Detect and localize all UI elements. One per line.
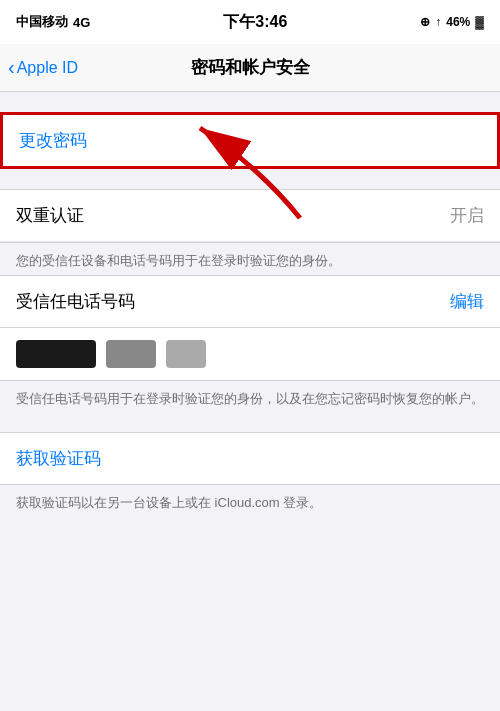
- verify-section: 获取验证码 获取验证码以在另一台设备上或在 iCloud.com 登录。: [0, 432, 500, 517]
- battery-icon: ▓: [475, 15, 484, 29]
- two-factor-title-row: 双重认证 开启: [0, 190, 500, 242]
- phone-description: 受信任电话号码用于在登录时验证您的身份，以及在您忘记密码时恢复您的帐户。: [0, 381, 500, 413]
- phone-blur-1: [16, 340, 96, 368]
- carrier-label: 中国移动: [16, 13, 68, 31]
- trusted-phone-label: 受信任电话号码: [16, 290, 135, 313]
- network-type: 4G: [73, 15, 90, 30]
- phone-blur-3: [166, 340, 206, 368]
- verify-card[interactable]: 获取验证码: [0, 432, 500, 485]
- two-factor-header: 双重认证 开启: [0, 189, 500, 243]
- verify-description: 获取验证码以在另一台设备上或在 iCloud.com 登录。: [0, 485, 500, 517]
- status-time: 下午3:46: [223, 12, 287, 33]
- two-factor-description: 您的受信任设备和电话号码用于在登录时验证您的身份。: [0, 243, 500, 275]
- status-left: 中国移动 4G: [16, 13, 90, 31]
- edit-button[interactable]: 编辑: [450, 290, 484, 313]
- location-icon: ⊕: [420, 15, 430, 29]
- verify-title[interactable]: 获取验证码: [16, 449, 101, 468]
- signal-icon: ↑: [435, 15, 441, 29]
- page-title: 密码和帐户安全: [191, 56, 310, 79]
- battery-level: 46%: [446, 15, 470, 29]
- status-bar: 中国移动 4G 下午3:46 ⊕ ↑ 46% ▓: [0, 0, 500, 44]
- phone-blur-2: [106, 340, 156, 368]
- two-factor-status: 开启: [450, 204, 484, 227]
- two-factor-section: 双重认证 开启 您的受信任设备和电话号码用于在登录时验证您的身份。 受信任电话号…: [0, 189, 500, 412]
- chevron-left-icon: ‹: [8, 57, 15, 77]
- trusted-phone-row: 受信任电话号码 编辑: [0, 275, 500, 328]
- status-right: ⊕ ↑ 46% ▓: [420, 15, 484, 29]
- navigation-bar: ‹ Apple ID 密码和帐户安全: [0, 44, 500, 92]
- back-label[interactable]: Apple ID: [17, 59, 78, 77]
- change-password-label[interactable]: 更改密码: [19, 129, 87, 152]
- two-factor-title: 双重认证: [16, 204, 84, 227]
- change-password-row[interactable]: 更改密码: [0, 112, 500, 169]
- back-button[interactable]: ‹ Apple ID: [8, 58, 78, 77]
- phone-numbers-display: [0, 328, 500, 381]
